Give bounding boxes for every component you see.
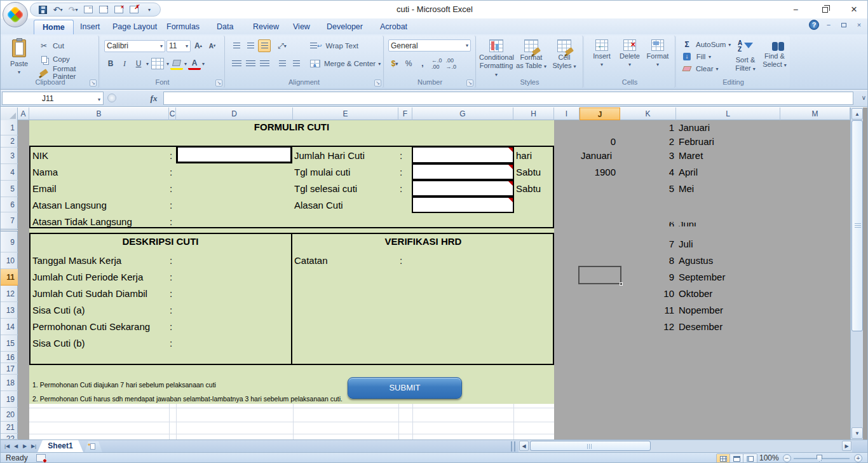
clear-button[interactable]: Clear [695,62,714,75]
conditional-formatting-button[interactable]: ConditionalFormatting ▾ [479,38,513,77]
insert-worksheet-button[interactable]: ✦ [85,441,102,452]
zoom-level[interactable]: 100% [759,453,779,463]
restore-button[interactable] [810,1,839,18]
page-layout-view-button[interactable] [730,454,743,463]
align-top-button[interactable] [230,39,243,52]
paste-button[interactable]: Paste ▾ [4,38,34,77]
col-header-e[interactable]: E [293,107,398,120]
align-center-button[interactable] [244,57,257,70]
scroll-down-button[interactable]: ▼ [851,427,863,439]
col-header-b[interactable]: B [29,107,169,120]
col-header-d[interactable]: D [176,107,293,120]
next-sheet-button[interactable]: ▶ [20,441,29,452]
sort-filter-button[interactable]: A Z Sort &Filter ▾ [731,38,759,77]
align-middle-button[interactable] [244,39,257,52]
decrease-decimal-button[interactable]: .00→.0 [445,57,458,70]
align-left-button[interactable] [230,57,243,70]
borders-button[interactable] [150,57,165,70]
tab-acrobat[interactable]: Acrobat [372,20,416,34]
alasan-input-cell[interactable] [412,197,514,213]
decrease-indent-button[interactable] [276,57,288,70]
tab-home[interactable]: Home [34,20,74,34]
col-header-i[interactable]: I [554,107,580,120]
tab-developer[interactable]: Developer [318,20,371,34]
first-sheet-button[interactable]: |◀ [3,441,11,452]
fill-button[interactable]: Fill [695,50,707,63]
font-dialog-launcher[interactable]: ↘ [215,79,222,86]
col-header-a[interactable]: A [18,107,29,120]
row-header-15[interactable]: 15 [1,335,18,352]
wrap-text-button[interactable]: Wrap Text [325,39,360,52]
format-painter-button[interactable]: Format Painter [51,66,98,79]
normal-view-button[interactable] [717,454,730,463]
insert-cells-big-button[interactable]: ← Insert▾ [588,38,615,77]
tab-view[interactable]: View [285,20,318,34]
submit-button[interactable]: SUBMIT [348,377,462,399]
row-header-22[interactable]: 22 [1,434,18,439]
selected-cell-j11[interactable] [578,266,621,284]
tab-scrollbar-splitter[interactable] [511,441,515,452]
number-dialog-launcher[interactable]: ↘ [466,79,473,86]
row-header-9[interactable]: 9 [1,232,18,252]
workbook-restore-button[interactable] [838,20,850,30]
tgl-mulai-input-cell[interactable] [412,163,514,180]
minimize-button[interactable]: − [781,1,810,18]
workbook-minimize-button[interactable]: − [823,20,834,30]
macro-record-icon[interactable] [36,454,46,462]
tgl-selesai-input-cell[interactable] [412,180,514,197]
format-as-table-button[interactable]: Formatas Table ▾ [515,38,548,77]
col-header-l[interactable]: L [676,107,780,120]
comma-button[interactable]: , [416,57,429,70]
row-header-3[interactable]: 3 [1,148,18,164]
increase-decimal-button[interactable]: ←.0.00 [430,57,444,70]
formula-input[interactable] [163,92,853,105]
col-header-k[interactable]: K [620,107,676,120]
formula-bar-splitter[interactable] [107,93,116,102]
insert-function-button[interactable]: fx [146,92,162,105]
row-header-11-selected[interactable]: 11 [1,269,18,286]
expand-formula-bar-icon[interactable]: ∨ [862,94,866,101]
italic-button[interactable]: I [118,57,131,70]
format-cells-button[interactable]: Format▾ [644,38,671,77]
cut-button[interactable]: Cut [51,39,65,52]
row-header-2[interactable]: 2 [1,135,18,148]
col-header-m[interactable]: M [780,107,850,120]
prev-sheet-button[interactable]: ◀ [11,441,20,452]
fill-color-button[interactable] [170,57,183,70]
row-header-10[interactable]: 10 [1,252,18,269]
shrink-font-button[interactable]: A▾ [206,39,219,52]
row-header-18[interactable]: 18 [1,375,18,391]
vertical-scrollbar[interactable]: ▲ ▼ [850,107,863,439]
fill-handle[interactable] [620,282,623,286]
row-header-19[interactable]: 19 [1,391,18,408]
autosum-button[interactable]: AutoSum [695,38,727,51]
col-header-f[interactable]: F [398,107,412,120]
zoom-out-button[interactable]: − [783,454,791,462]
cell-styles-button[interactable]: CellStyles ▾ [549,38,580,77]
tab-data[interactable]: Data [208,20,241,34]
office-button[interactable] [3,2,28,27]
horizontal-scrollbar[interactable]: ◀ ▶ [519,440,852,452]
tab-page-layout[interactable]: Page Layout [104,20,165,34]
alignment-dialog-launcher[interactable]: ↘ [374,79,381,86]
col-header-c[interactable]: C [169,107,176,120]
row-header-5[interactable]: 5 [1,181,18,197]
align-right-button[interactable] [258,57,271,70]
row-header-16[interactable]: 16 [1,352,18,363]
font-size-combo[interactable]: 11▾ [166,40,191,52]
increase-indent-button[interactable] [290,57,302,70]
row-header-7[interactable]: 7 [1,212,18,229]
col-header-h[interactable]: H [513,107,554,120]
scroll-up-button[interactable]: ▲ [851,108,863,120]
find-select-button[interactable]: Find &Select ▾ [761,38,789,77]
row-header-12[interactable]: 12 [1,286,18,302]
copy-button[interactable]: Copy [51,53,71,66]
col-header-j-selected[interactable]: J [580,107,620,120]
bold-button[interactable]: B [104,57,117,70]
orientation-button[interactable]: ⤢▾ [276,39,288,52]
workbook-close-button[interactable]: × [853,20,865,30]
col-header-g[interactable]: G [412,107,513,120]
jumlah-hari-input-cell[interactable] [412,146,514,163]
vertical-scrollbar-thumb[interactable] [851,120,863,331]
row-header-6[interactable]: 6 [1,197,18,212]
